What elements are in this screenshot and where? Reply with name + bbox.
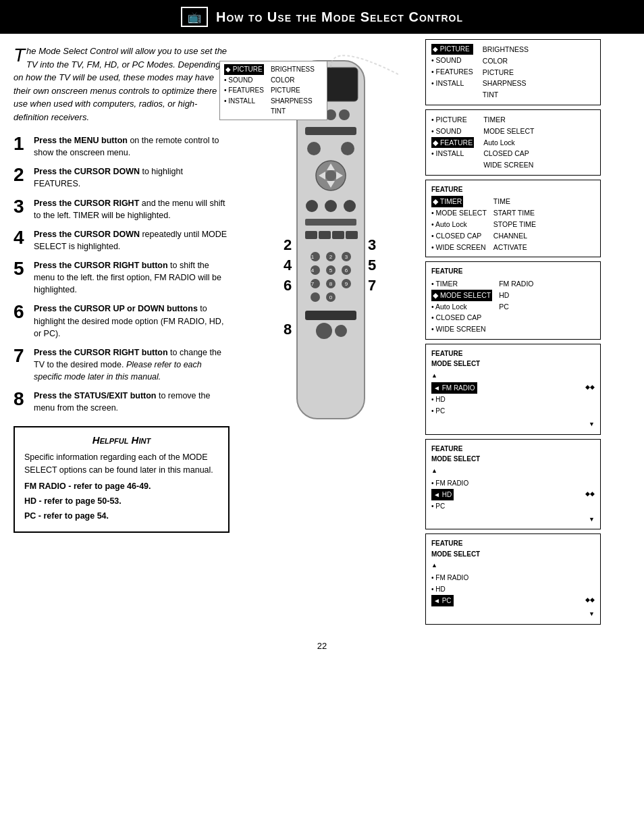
step-6: 6 Press the CURSOR UP or DOWN buttons to… — [14, 303, 230, 339]
svg-point-34 — [316, 323, 332, 339]
step-5-text: Press the CURSOR RIGHT button to shift t… — [34, 259, 230, 296]
step-8-text: Press the STATUS/EXIT button to remove t… — [34, 390, 230, 414]
step-1-number: 1 — [14, 134, 27, 153]
right-column: ◆ PICTURE • SOUND • FEATURES • INSTALL B… — [419, 34, 608, 634]
svg-point-35 — [335, 325, 347, 337]
helpful-hint-box: Helpful Hint Specific information regard… — [14, 426, 230, 533]
helpful-hint-title: Helpful Hint — [24, 434, 219, 446]
step-3-text: Press the CURSOR RIGHT and the menu will… — [34, 197, 230, 221]
step-7-number: 7 — [14, 346, 27, 365]
step-5: 5 Press the CURSOR RIGHT button to shift… — [14, 259, 230, 296]
svg-text:9: 9 — [345, 281, 348, 287]
svg-rect-20 — [332, 231, 344, 239]
page-title: How to Use the Mode Select Control — [216, 9, 463, 25]
svg-point-4 — [339, 109, 350, 120]
svg-text:8: 8 — [329, 281, 333, 287]
svg-text:0: 0 — [329, 294, 333, 301]
step-8-number: 8 — [14, 390, 27, 409]
step-8: 8 Press the STATUS/EXIT button to remove… — [14, 390, 230, 414]
step-2-text: Press the CURSOR DOWN to highlight FEATU… — [34, 165, 230, 190]
step-4: 4 Press the CURSOR DOWN repeatedly until… — [14, 228, 230, 253]
menu-screen-2: • PICTURE • SOUND ◆ FEATURE • INSTALL TI… — [425, 109, 601, 176]
svg-point-13 — [325, 170, 336, 181]
step-7-text: Press the CURSOR RIGHT button to change … — [34, 346, 230, 383]
intro-text: The Mode Select Control will allow you t… — [14, 45, 230, 124]
menu-screen-1: ◆ PICTURE • SOUND • FEATURES • INSTALL B… — [425, 39, 601, 105]
header-icon: 📺 — [181, 7, 208, 27]
left-column: The Mode Select Control will allow you t… — [0, 34, 243, 634]
step-4-number: 4 — [14, 228, 27, 247]
svg-text:7: 7 — [368, 277, 376, 294]
step-3-number: 3 — [14, 197, 27, 216]
svg-text:2: 2 — [284, 236, 292, 253]
svg-text:7: 7 — [311, 281, 315, 287]
step-2: 2 Press the CURSOR DOWN to highlight FEA… — [14, 165, 230, 190]
step-6-number: 6 — [14, 303, 27, 321]
menu-screen-7: FEATUREMODE SELECT ▲ • FM RADIO • HD ◄ P… — [425, 533, 601, 625]
svg-rect-21 — [346, 231, 358, 239]
menu-screen-6: FEATUREMODE SELECT ▲ • FM RADIO ◄ HD ◆◆ … — [425, 439, 601, 530]
page-number: 22 — [0, 634, 644, 658]
center-column: ◆ PICTURE • SOUND • FEATURES • INSTALL B… — [243, 34, 419, 634]
step-7: 7 Press the CURSOR RIGHT button to chang… — [14, 346, 230, 383]
hint-pc: PC - refer to page 54. — [24, 510, 219, 522]
step-5-number: 5 — [14, 259, 27, 278]
svg-text:6: 6 — [345, 267, 348, 273]
menu-screen-4: FEATURE • TIMER ◆ MODE SELECT • Auto Loc… — [425, 261, 601, 339]
svg-text:1: 1 — [311, 254, 315, 260]
step-4-text: Press the CURSOR DOWN repeatedly until M… — [34, 228, 230, 253]
svg-text:3: 3 — [345, 254, 348, 260]
svg-rect-18 — [305, 231, 317, 239]
svg-text:2: 2 — [329, 254, 333, 260]
page-header: 📺 How to Use the Mode Select Control — [0, 0, 644, 34]
main-content: The Mode Select Control will allow you t… — [0, 34, 644, 634]
step-6-text: Press the CURSOR UP or DOWN buttons to h… — [34, 303, 230, 339]
svg-text:5: 5 — [368, 257, 376, 273]
svg-point-31 — [311, 292, 320, 302]
hint-fm-radio: FM RADIO - refer to page 46-49. — [24, 480, 219, 492]
hint-hd: HD - refer to page 50-53. — [24, 495, 219, 507]
step-3: 3 Press the CURSOR RIGHT and the menu wi… — [14, 197, 230, 221]
step-1-text: Press the MENU button on the remote cont… — [34, 134, 230, 159]
svg-rect-33 — [305, 311, 356, 320]
svg-point-6 — [307, 142, 321, 155]
tv-screen-panel-1: ◆ PICTURE • SOUND • FEATURES • INSTALL B… — [219, 61, 327, 120]
svg-text:4: 4 — [311, 267, 315, 273]
svg-text:8: 8 — [284, 321, 292, 338]
svg-point-15 — [325, 200, 337, 212]
svg-point-7 — [341, 142, 354, 155]
remote-illustration: ◆ PICTURE • SOUND • FEATURES • INSTALL B… — [260, 54, 402, 432]
steps-list: 1 Press the MENU button on the remote co… — [14, 134, 230, 414]
menu-screen-3: FEATURE ◆ TIMER • MODE SELECT • Auto Loc… — [425, 180, 601, 257]
svg-text:6: 6 — [284, 277, 292, 294]
drop-cap: T — [14, 46, 25, 65]
helpful-hint-body: Specific information regarding each of t… — [24, 451, 219, 475]
menu-screen-5: FEATUREMODE SELECT ▲ ◄ FM RADIO ◆◆ • HD … — [425, 344, 601, 435]
svg-point-14 — [306, 200, 318, 212]
svg-rect-19 — [319, 231, 331, 239]
step-1: 1 Press the MENU button on the remote co… — [14, 134, 230, 159]
svg-text:4: 4 — [284, 257, 292, 273]
svg-text:3: 3 — [368, 236, 376, 253]
svg-rect-17 — [305, 219, 356, 226]
svg-rect-5 — [305, 127, 356, 135]
step-2-number: 2 — [14, 165, 27, 184]
svg-point-16 — [344, 200, 356, 212]
svg-text:5: 5 — [329, 267, 333, 273]
